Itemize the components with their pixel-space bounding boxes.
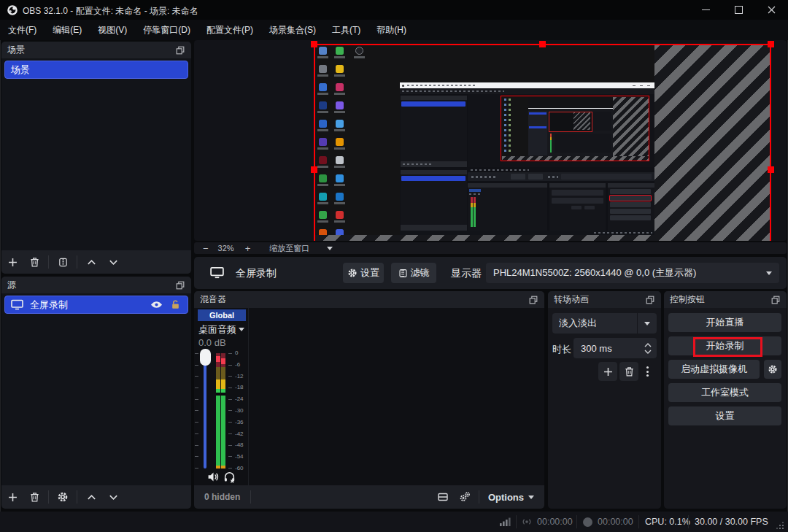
resize-grip[interactable] (776, 522, 784, 529)
spin-up-icon[interactable] (644, 343, 652, 347)
zoom-out-button[interactable]: − (203, 243, 209, 254)
source-down-button[interactable] (102, 485, 124, 509)
lock-unlocked-icon[interactable] (170, 299, 181, 310)
mixer-dock-title: 混音器 (200, 293, 528, 306)
volume-db-label: 0.0 dB (198, 337, 226, 348)
remove-scene-button[interactable] (23, 250, 45, 274)
slider-ticks (195, 353, 198, 469)
add-scene-button[interactable] (1, 250, 23, 274)
preview-captured-obs-window (400, 82, 654, 235)
volume-meter-right (221, 353, 225, 469)
mixer-layout-button[interactable] (432, 485, 454, 509)
dock-popup-icon[interactable] (770, 295, 781, 305)
start-virtual-camera-button[interactable]: 启动虚拟摄像机 (668, 360, 760, 379)
add-source-button[interactable] (1, 485, 23, 509)
volume-slider-handle[interactable] (200, 349, 211, 366)
volume-slider-track[interactable] (204, 353, 206, 469)
desktop-icon (351, 47, 368, 58)
menu-item[interactable]: 文件(F) (0, 20, 45, 40)
audio-track-tag: Global (198, 309, 246, 321)
source-list-item[interactable]: 全屏录制 (4, 296, 188, 314)
zoom-dropdown-arrow[interactable] (327, 247, 333, 250)
add-transition-button[interactable] (598, 362, 617, 381)
transitions-dock-header: 转场动画 (548, 291, 661, 308)
studio-mode-button[interactable]: 工作室模式 (668, 383, 781, 402)
source-properties-button[interactable] (52, 485, 74, 509)
menu-item[interactable]: 编辑(E) (45, 20, 90, 40)
menu-item[interactable]: 工具(T) (324, 20, 368, 40)
audio-channel-name[interactable]: 桌面音频 (198, 323, 236, 336)
combo-arrow-icon (644, 322, 650, 325)
transition-duration-spinbox[interactable]: 300 ms (573, 338, 657, 358)
dock-popup-icon[interactable] (175, 280, 185, 290)
scene-filters-button[interactable] (52, 250, 74, 274)
remove-source-button[interactable] (23, 485, 45, 509)
spin-down-icon[interactable] (644, 350, 652, 354)
scenes-dock: 场景 场景 (1, 42, 191, 274)
transitions-dock: 转场动画 淡入淡出 时长 300 ms (548, 291, 661, 509)
menu-bar: 文件(F)编辑(E)视图(V)停靠窗口(D)配置文件(P)场景集合(S)工具(T… (0, 20, 788, 40)
record-timer: 00:00:00 (598, 517, 633, 527)
titlebar: OBS 32.1.0 - 配置文件: 未命名 - 场景: 未命名 (0, 0, 788, 20)
maximize-button[interactable] (722, 0, 755, 20)
channel-dropdown-arrow[interactable] (239, 328, 244, 331)
window-title: OBS 32.1.0 - 配置文件: 未命名 - 场景: 未命名 (23, 5, 198, 18)
selection-handle[interactable] (311, 166, 317, 173)
menu-item[interactable]: 视图(V) (90, 20, 135, 40)
speaker-icon[interactable] (207, 471, 220, 483)
transition-select-combo[interactable]: 淡入淡出 (552, 313, 657, 334)
remove-transition-button[interactable] (619, 362, 638, 381)
selection-border-left (314, 44, 315, 241)
options-arrow-icon[interactable] (528, 496, 534, 499)
menu-item[interactable]: 帮助(H) (368, 20, 414, 40)
virtual-camera-settings-button[interactable] (764, 360, 781, 379)
menu-item[interactable]: 停靠窗口(D) (135, 20, 198, 40)
dock-popup-icon[interactable] (645, 295, 655, 305)
zoom-in-button[interactable]: + (245, 243, 251, 254)
scenes-toolbar (1, 250, 191, 274)
mixer-dock: 混音器 Global 桌面音频 0.0 dB (194, 291, 544, 509)
visibility-eye-icon[interactable] (150, 299, 163, 310)
scene-down-button[interactable] (102, 250, 124, 274)
scene-up-button[interactable] (80, 250, 102, 274)
source-filters-button[interactable]: 滤镜 (391, 263, 436, 283)
gear-icon (768, 364, 778, 374)
display-select-combo[interactable]: PHL24M1N5500Z: 2560x1440 @ 0,0 (主显示器) (486, 263, 779, 283)
record-status-icon (583, 517, 592, 527)
dock-popup-icon[interactable] (528, 295, 538, 305)
mixer-settings-button[interactable] (454, 485, 476, 509)
transition-properties-button[interactable] (641, 362, 654, 381)
menu-item[interactable]: 配置文件(P) (198, 20, 261, 40)
display-select-label: 显示器 (451, 267, 482, 280)
mixer-options-button[interactable]: Options (488, 492, 524, 503)
dock-popup-icon[interactable] (175, 45, 185, 55)
selection-handle[interactable] (768, 41, 774, 47)
display-source-icon (11, 299, 23, 310)
headphones-muted-icon[interactable] (223, 471, 236, 483)
zoom-fit-label[interactable]: 缩放至窗口 (269, 243, 309, 254)
selection-handle[interactable] (311, 41, 317, 47)
filters-icon (398, 269, 408, 278)
duration-label: 时长 (552, 343, 571, 356)
settings-button[interactable]: 设置 (668, 406, 781, 425)
preview-canvas[interactable] (194, 40, 787, 241)
meter-scale-labels: 0-6-12-18-24-30-36-42-48-54-60 (235, 350, 244, 471)
sources-dock-title: 源 (7, 279, 175, 291)
selected-source-name: 全屏录制 (236, 267, 277, 280)
gear-icon (347, 268, 358, 278)
close-button[interactable] (755, 0, 788, 20)
source-settings-button[interactable]: 设置 (343, 263, 384, 283)
obs-window: OBS 32.1.0 - 配置文件: 未命名 - 场景: 未命名 文件(F)编辑… (0, 0, 788, 532)
start-streaming-button[interactable]: 开始直播 (668, 313, 781, 332)
selection-handle[interactable] (768, 166, 774, 173)
source-up-button[interactable] (80, 485, 102, 509)
selection-handle[interactable] (539, 41, 546, 47)
sources-dock-header: 源 (1, 277, 191, 293)
scene-list-item[interactable]: 场景 (4, 61, 188, 79)
preview-captured-desktop (314, 44, 654, 235)
cpu-usage: CPU: 0.1% (645, 517, 690, 527)
menu-item[interactable]: 场景集合(S) (261, 20, 324, 40)
zoom-level: 32% (218, 244, 234, 252)
stream-status-icon (521, 517, 533, 527)
minimize-button[interactable] (690, 0, 722, 20)
